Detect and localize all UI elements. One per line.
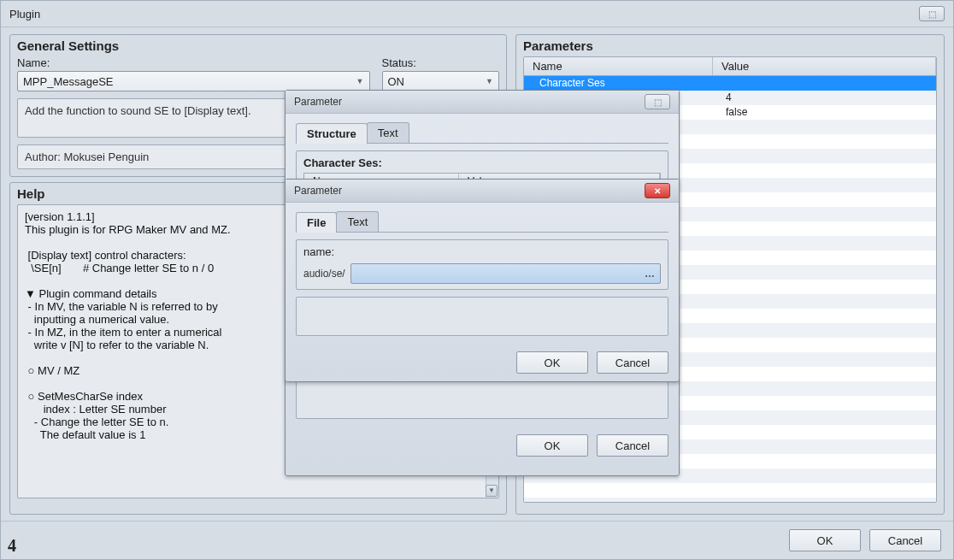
tab-text[interactable]: Text <box>367 122 409 143</box>
param-value-cell <box>710 498 936 503</box>
dialog1-tabs: Structure Text <box>296 122 668 144</box>
table-row[interactable] <box>524 498 936 503</box>
param-value-cell <box>710 265 936 280</box>
character-ses-label: Character Ses: <box>303 156 661 169</box>
param-value-cell <box>710 221 936 236</box>
dialog2-cancel-button[interactable]: Cancel <box>597 351 668 374</box>
param-value-cell <box>710 134 936 149</box>
plugin-name-select[interactable]: MPP_MessageSE ▼ <box>17 71 370 91</box>
titlebar: Plugin ⬚ <box>1 1 953 27</box>
param-value-cell <box>710 120 936 134</box>
tab-text[interactable]: Text <box>336 211 379 232</box>
plugin-window: Plugin ⬚ General Settings Name: MPP_Mess… <box>0 0 954 560</box>
corner-number: 4 <box>8 536 16 556</box>
param-value-cell: 4 <box>710 91 936 105</box>
browse-icon[interactable]: … <box>645 268 655 280</box>
param-value-cell <box>710 381 936 396</box>
dialog1-title: Parameter <box>294 96 342 108</box>
status-select[interactable]: ON ▼ <box>382 71 500 91</box>
param-value-cell <box>710 439 936 454</box>
dialog1-ok-button[interactable]: OK <box>516 434 588 457</box>
cancel-button[interactable]: Cancel <box>869 529 941 551</box>
close-icon[interactable]: ✕ <box>645 183 670 198</box>
plugin-name-value: MPP_MessageSE <box>23 75 114 88</box>
param-value-cell <box>710 207 936 221</box>
param-name-cell: Character Ses <box>524 76 710 91</box>
tab-file[interactable]: File <box>296 212 337 233</box>
dialog2-ok-button[interactable]: OK <box>516 351 588 374</box>
param-value-cell <box>710 309 936 323</box>
scroll-down-icon[interactable]: ▼ <box>486 485 498 497</box>
dialog2-title: Parameter <box>294 185 342 197</box>
table-row[interactable]: Character Ses <box>524 76 936 91</box>
param-value-cell <box>710 454 936 469</box>
param-value-cell: false <box>710 105 936 120</box>
param-value-cell <box>710 425 936 439</box>
name-field: Name: MPP_MessageSE ▼ <box>17 56 370 91</box>
parameters-header: Name Value <box>524 57 936 76</box>
param-value-cell <box>710 483 936 498</box>
param-value-cell <box>710 469 936 483</box>
bottom-bar: 4 OK Cancel <box>1 521 953 559</box>
param-value-cell <box>710 149 936 163</box>
param-name-cell <box>524 483 710 498</box>
status-label: Status: <box>382 56 500 69</box>
table-row[interactable] <box>524 483 936 498</box>
param-value-cell <box>710 76 936 91</box>
param-value-cell <box>710 192 936 207</box>
window-title: Plugin <box>9 8 40 21</box>
param-value-cell <box>710 294 936 309</box>
status-field: Status: ON ▼ <box>382 56 500 91</box>
dialog1-titlebar: Parameter ⬚ <box>286 91 679 114</box>
chevron-down-icon: ▼ <box>356 77 364 85</box>
parameters-title: Parameters <box>523 38 937 53</box>
ok-button[interactable]: OK <box>789 529 861 551</box>
status-value: ON <box>388 75 405 88</box>
param-value-cell <box>710 410 936 425</box>
chevron-down-icon: ▼ <box>486 77 493 85</box>
file-path-input[interactable]: … <box>350 263 661 284</box>
tab-structure[interactable]: Structure <box>296 123 368 144</box>
general-settings-title: General Settings <box>17 38 499 53</box>
param-value-cell <box>710 367 936 381</box>
param-value-cell <box>710 352 936 367</box>
param-value-cell <box>710 178 936 192</box>
param-header-name[interactable]: Name <box>524 57 713 75</box>
param-value-cell <box>710 251 936 265</box>
close-icon[interactable]: ⬚ <box>919 6 945 21</box>
dialog1-cancel-button[interactable]: Cancel <box>597 434 668 457</box>
close-icon[interactable]: ⬚ <box>645 94 670 109</box>
param-header-value[interactable]: Value <box>713 57 936 75</box>
preview-box <box>296 297 668 336</box>
file-name-label: name: <box>303 245 661 258</box>
param-name-cell <box>524 498 710 503</box>
param-value-cell <box>710 280 936 294</box>
dialog2-titlebar: Parameter ✕ <box>286 180 679 203</box>
parameter-file-dialog: Parameter ✕ File Text name: audio/se/ … <box>285 179 680 382</box>
param-value-cell <box>710 236 936 251</box>
param-value-cell <box>710 323 936 338</box>
path-prefix: audio/se/ <box>303 268 345 280</box>
dialog2-tabs: File Text <box>296 211 668 233</box>
param-value-cell <box>710 396 936 410</box>
name-label: Name: <box>17 56 370 69</box>
param-value-cell <box>710 163 936 178</box>
param-value-cell <box>710 338 936 352</box>
